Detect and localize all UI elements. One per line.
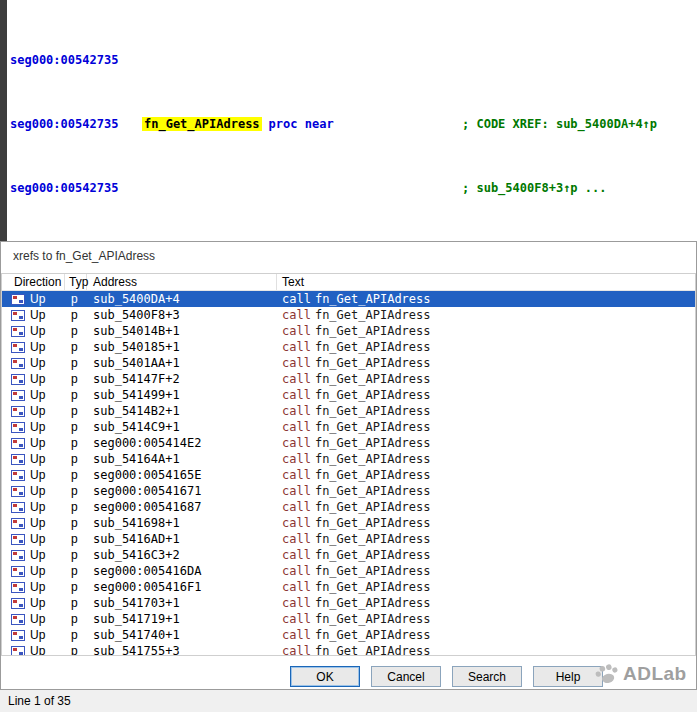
- xref-target-name: fn_Get_APIAdress: [315, 404, 431, 418]
- column-header-type[interactable]: Typ: [65, 274, 87, 290]
- xref-call-mnemonic: call: [282, 580, 311, 594]
- xref-call-mnemonic: call: [282, 596, 311, 610]
- xref-call-mnemonic: call: [282, 372, 311, 386]
- xref-row[interactable]: Uppsub_541703+1callfn_Get_APIAdress: [2, 595, 695, 611]
- xref-direction-cell: Up: [2, 516, 65, 530]
- xref-row[interactable]: Uppsub_541755+3callfn_Get_APIAdress: [2, 643, 695, 656]
- xref-direction: Up: [30, 420, 45, 434]
- xref-target-name: fn_Get_APIAdress: [315, 356, 431, 370]
- xref-row[interactable]: Uppsub_5400DA+4callfn_Get_APIAdress: [2, 291, 695, 307]
- asm-line[interactable]: seg000:00542735; sub_5400F8+3↑p ...: [0, 180, 697, 196]
- asm-address: seg000:00542735: [10, 180, 118, 196]
- xref-target-name: fn_Get_APIAdress: [315, 564, 431, 578]
- xref-direction: Up: [30, 452, 45, 466]
- xref-row[interactable]: Uppsub_541719+1callfn_Get_APIAdress: [2, 611, 695, 627]
- xref-row[interactable]: Uppsub_54014B+1callfn_Get_APIAdress: [2, 323, 695, 339]
- xref-row[interactable]: Uppsub_5416C3+2callfn_Get_APIAdress: [2, 547, 695, 563]
- column-header-direction[interactable]: Direction: [2, 274, 65, 290]
- asm-name-field: fn_Get_APIAdressproc near: [142, 116, 334, 132]
- xref-direction-cell: Up: [2, 564, 65, 578]
- xref-row[interactable]: Uppsub_5400F8+3callfn_Get_APIAdress: [2, 307, 695, 323]
- xref-direction: Up: [30, 500, 45, 514]
- xref-address: sub_5416AD+1: [87, 532, 277, 546]
- ok-button[interactable]: OK: [290, 666, 360, 687]
- xref-row[interactable]: Uppsub_541698+1callfn_Get_APIAdress: [2, 515, 695, 531]
- xref-address: sub_54164A+1: [87, 452, 277, 466]
- xref-type: p: [65, 420, 87, 434]
- column-header-address[interactable]: Address: [87, 274, 277, 290]
- cancel-button[interactable]: Cancel: [371, 666, 441, 687]
- xref-target-name: fn_Get_APIAdress: [315, 420, 431, 434]
- xref-target-name: fn_Get_APIAdress: [315, 500, 431, 514]
- xref-target-name: fn_Get_APIAdress: [315, 452, 431, 466]
- xref-direction: Up: [30, 548, 45, 562]
- xref-target-name: fn_Get_APIAdress: [315, 516, 431, 530]
- xref-row[interactable]: Uppsub_5414B2+1callfn_Get_APIAdress: [2, 403, 695, 419]
- xref-up-icon: [11, 374, 25, 385]
- xref-type: p: [65, 324, 87, 338]
- xref-row[interactable]: Uppsub_541499+1callfn_Get_APIAdress: [2, 387, 695, 403]
- xref-row[interactable]: Uppsub_5401AA+1callfn_Get_APIAdress: [2, 355, 695, 371]
- xref-call-mnemonic: call: [282, 516, 311, 530]
- xref-target-name: fn_Get_APIAdress: [315, 484, 431, 498]
- xref-row[interactable]: Uppseg000:005416DAcallfn_Get_APIAdress: [2, 563, 695, 579]
- xref-row[interactable]: Uppseg000:005414E2callfn_Get_APIAdress: [2, 435, 695, 451]
- xref-type: p: [65, 452, 87, 466]
- xref-call-mnemonic: call: [282, 564, 311, 578]
- xref-text: callfn_Get_APIAdress: [277, 484, 695, 498]
- xref-text: callfn_Get_APIAdress: [277, 612, 695, 626]
- dialog-titlebar[interactable]: xrefs to fn_Get_APIAdress: [1, 242, 696, 272]
- xref-direction: Up: [30, 516, 45, 530]
- xref-address: sub_5400F8+3: [87, 308, 277, 322]
- xref-address: seg000:00541671: [87, 484, 277, 498]
- xref-address: seg000:005416DA: [87, 564, 277, 578]
- column-header-text[interactable]: Text: [277, 274, 695, 290]
- xref-text: callfn_Get_APIAdress: [277, 436, 695, 450]
- xref-type: p: [65, 548, 87, 562]
- list-header: Direction Typ Address Text: [2, 274, 695, 291]
- xref-direction: Up: [30, 644, 45, 656]
- xref-direction-cell: Up: [2, 468, 65, 482]
- xref-row[interactable]: Uppseg000:005416F1callfn_Get_APIAdress: [2, 579, 695, 595]
- xref-text: callfn_Get_APIAdress: [277, 292, 695, 306]
- xref-direction-cell: Up: [2, 388, 65, 402]
- xref-row[interactable]: Uppseg000:0054165Ecallfn_Get_APIAdress: [2, 467, 695, 483]
- xref-type: p: [65, 644, 87, 656]
- xref-type: p: [65, 292, 87, 306]
- xref-direction: Up: [30, 292, 45, 306]
- xref-direction-cell: Up: [2, 596, 65, 610]
- ida-navigation-strip[interactable]: [0, 0, 7, 241]
- xref-target-name: fn_Get_APIAdress: [315, 596, 431, 610]
- asm-line[interactable]: seg000:00542735fn_Get_APIAdressproc near…: [0, 116, 697, 132]
- xref-row[interactable]: Uppsub_54164A+1callfn_Get_APIAdress: [2, 451, 695, 467]
- xref-row[interactable]: Uppsub_54147F+2callfn_Get_APIAdress: [2, 371, 695, 387]
- asm-line[interactable]: seg000:00542735: [0, 52, 697, 68]
- xref-address: sub_541698+1: [87, 516, 277, 530]
- xref-row[interactable]: Uppseg000:00541687callfn_Get_APIAdress: [2, 499, 695, 515]
- xref-direction: Up: [30, 388, 45, 402]
- xref-target-name: fn_Get_APIAdress: [315, 532, 431, 546]
- xref-up-icon: [11, 646, 25, 657]
- xref-type: p: [65, 484, 87, 498]
- xref-row[interactable]: Uppsub_5414C9+1callfn_Get_APIAdress: [2, 419, 695, 435]
- xref-address: sub_541499+1: [87, 388, 277, 402]
- xref-address: sub_5400DA+4: [87, 292, 277, 306]
- xref-text: callfn_Get_APIAdress: [277, 564, 695, 578]
- xref-row[interactable]: Uppsub_5416AD+1callfn_Get_APIAdress: [2, 531, 695, 547]
- xref-direction-cell: Up: [2, 452, 65, 466]
- xref-direction-cell: Up: [2, 548, 65, 562]
- xref-text: callfn_Get_APIAdress: [277, 516, 695, 530]
- disassembly-view: seg000:00542735 seg000:00542735fn_Get_AP…: [0, 0, 697, 241]
- xref-target-name: fn_Get_APIAdress: [315, 628, 431, 642]
- xref-row[interactable]: Uppseg000:00541671callfn_Get_APIAdress: [2, 483, 695, 499]
- xref-text: callfn_Get_APIAdress: [277, 308, 695, 322]
- search-button[interactable]: Search: [452, 666, 522, 687]
- xref-direction: Up: [30, 308, 45, 322]
- xref-row[interactable]: Uppsub_540185+1callfn_Get_APIAdress: [2, 339, 695, 355]
- xref-call-mnemonic: call: [282, 292, 311, 306]
- xref-row[interactable]: Uppsub_541740+1callfn_Get_APIAdress: [2, 627, 695, 643]
- xref-direction: Up: [30, 356, 45, 370]
- xref-type: p: [65, 500, 87, 514]
- xref-up-icon: [11, 582, 25, 593]
- xref-text: callfn_Get_APIAdress: [277, 324, 695, 338]
